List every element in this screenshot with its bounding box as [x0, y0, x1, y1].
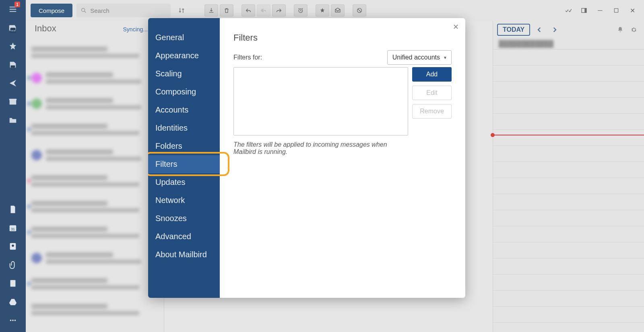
- settings-nav-folders[interactable]: Folders: [148, 137, 220, 155]
- settings-nav-appearance[interactable]: Appearance: [148, 47, 220, 65]
- settings-nav-accounts[interactable]: Accounts: [148, 101, 220, 119]
- close-icon[interactable]: ✕: [451, 22, 460, 32]
- settings-nav-updates[interactable]: Updates: [148, 173, 220, 191]
- add-button[interactable]: Add: [412, 67, 452, 82]
- account-dropdown[interactable]: Unified accounts: [387, 50, 452, 65]
- settings-nav-network[interactable]: Network: [148, 191, 220, 209]
- settings-body: Filters Filters for: Unified accounts Ad…: [220, 18, 465, 298]
- settings-nav-filters[interactable]: Filters: [148, 155, 220, 173]
- settings-nav-general[interactable]: General: [148, 29, 220, 47]
- settings-nav-composing[interactable]: Composing: [148, 83, 220, 101]
- settings-title: Filters: [233, 33, 452, 43]
- filters-note: The filters will be applied to incoming …: [233, 141, 407, 156]
- settings-modal: ✕ GeneralAppearanceScalingComposingAccou…: [148, 18, 465, 298]
- filters-for-label: Filters for:: [233, 54, 262, 61]
- settings-nav-about-mailbird[interactable]: About Mailbird: [148, 246, 220, 264]
- remove-button: Remove: [412, 104, 452, 119]
- settings-sidebar: GeneralAppearanceScalingComposingAccount…: [148, 18, 220, 298]
- settings-nav-identities[interactable]: Identities: [148, 119, 220, 137]
- settings-nav-advanced[interactable]: Advanced: [148, 227, 220, 246]
- settings-nav-scaling[interactable]: Scaling: [148, 65, 220, 83]
- settings-nav-snoozes[interactable]: Snoozes: [148, 209, 220, 227]
- edit-button: Edit: [412, 86, 452, 100]
- filters-listbox[interactable]: [233, 67, 408, 135]
